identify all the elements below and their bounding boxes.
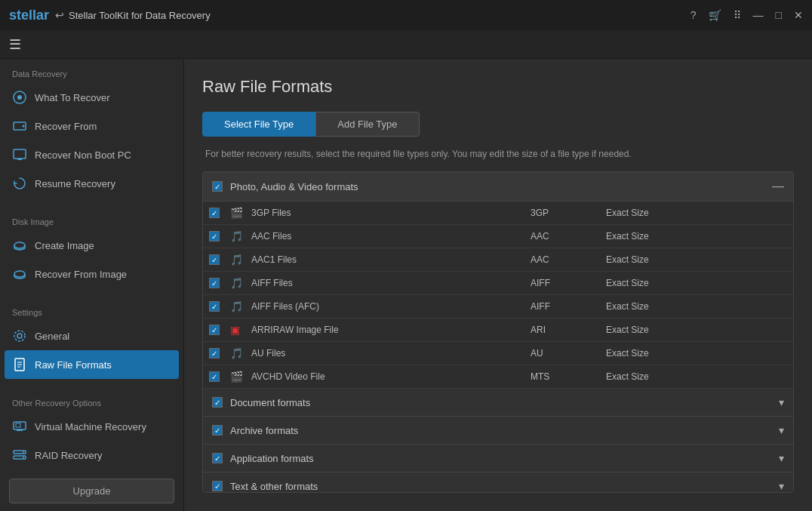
- group-label-application: Application formats: [230, 453, 314, 464]
- group-document-formats[interactable]: ✓ Document formats ▾: [203, 389, 793, 417]
- table-row: ✓ ▣ ARRIRAW Image File ARI Exact Size: [203, 319, 793, 342]
- group-archive-formats[interactable]: ✓ Archive formats ▾: [203, 417, 793, 445]
- minimize-button[interactable]: —: [753, 9, 764, 21]
- group-text-other-formats[interactable]: ✓ Text & other formats ▾: [203, 473, 793, 493]
- file-name: AIFF Files (AFC): [251, 301, 531, 312]
- titlebar-controls: ? 🛒 ⠿ — □ ✕: [691, 9, 803, 21]
- file-size: Exact Size: [606, 278, 727, 288]
- group-photo-audio-video[interactable]: ✓ Photo, Audio & Video formats —: [203, 172, 793, 202]
- file-ext: AAC: [531, 254, 606, 265]
- group-application-formats[interactable]: ✓ Application formats ▾: [203, 445, 793, 473]
- file-icon: 🎵: [230, 230, 251, 242]
- file-ext: AIFF: [531, 301, 606, 312]
- row-checkbox[interactable]: ✓: [209, 348, 220, 359]
- sidebar-item-virtual-machine[interactable]: Virtual Machine Recovery: [0, 412, 183, 441]
- resume-recovery-icon: [12, 176, 27, 191]
- group-checkbox-application[interactable]: ✓: [212, 453, 223, 463]
- file-icon: 🎵: [230, 300, 251, 312]
- table-row: ✓ 🎵 AU Files AU Exact Size: [203, 342, 793, 365]
- file-size: Exact Size: [606, 301, 727, 312]
- maximize-button[interactable]: □: [776, 9, 782, 21]
- help-button[interactable]: ?: [691, 9, 697, 21]
- sidebar-item-raid-recovery[interactable]: RAID Recovery: [0, 441, 183, 469]
- file-size: Exact Size: [606, 348, 727, 359]
- sidebar-item-recover-from-image[interactable]: Recover From Image: [0, 260, 183, 288]
- expand-icon-application[interactable]: ▾: [779, 452, 784, 464]
- file-ext: 3GP: [531, 208, 606, 218]
- tab-add-file-type[interactable]: Add File Type: [315, 112, 419, 137]
- sidebar-item-recover-from[interactable]: Recover From: [0, 112, 183, 140]
- group-collapse-photo[interactable]: —: [772, 180, 784, 193]
- file-name: AU Files: [251, 348, 531, 359]
- sidebar-footer: Upgrade: [0, 469, 183, 511]
- row-checkbox[interactable]: ✓: [209, 231, 220, 242]
- row-checkbox[interactable]: ✓: [209, 301, 220, 312]
- sidebar-item-raw-file-formats[interactable]: Raw File Formats: [5, 350, 179, 379]
- row-checkbox[interactable]: ✓: [209, 208, 220, 218]
- file-name: AAC1 Files: [251, 254, 531, 265]
- table-row: ✓ 🎵 AAC1 Files AAC Exact Size: [203, 248, 793, 272]
- file-name: ARRIRAW Image File: [251, 325, 531, 335]
- row-checkbox[interactable]: ✓: [209, 278, 220, 288]
- raid-recovery-label: RAID Recovery: [35, 450, 103, 461]
- cart-button[interactable]: 🛒: [709, 9, 721, 21]
- content-area: Raw File Formats Select File Type Add Fi…: [184, 59, 812, 511]
- group-checkbox-archive[interactable]: ✓: [212, 425, 223, 436]
- sidebar-item-general[interactable]: General: [0, 322, 183, 350]
- row-checkbox[interactable]: ✓: [209, 371, 220, 382]
- table-row: ✓ 🎬 3GP Files 3GP Exact Size: [203, 202, 793, 225]
- svg-point-23: [23, 451, 24, 453]
- file-icon: 🎵: [230, 254, 251, 266]
- sidebar: Data Recovery What To Recover Recover Fr…: [0, 59, 184, 511]
- file-icon: 🎬: [230, 371, 251, 383]
- sidebar-item-resume-recovery[interactable]: Resume Recovery: [0, 169, 183, 198]
- recover-from-image-label: Recover From Image: [35, 269, 127, 280]
- table-row: ✓ 🎵 AAC Files AAC Exact Size: [203, 225, 793, 248]
- tab-bar: Select File Type Add File Type: [202, 112, 794, 137]
- sidebar-item-recover-non-boot[interactable]: Recover Non Boot PC: [0, 140, 183, 169]
- data-recovery-label: Data Recovery: [0, 59, 183, 83]
- expand-icon-archive[interactable]: ▾: [779, 424, 784, 436]
- tab-select-file-type[interactable]: Select File Type: [202, 112, 315, 137]
- recover-non-boot-icon: [12, 147, 27, 162]
- file-size: Exact Size: [606, 254, 727, 265]
- hamburger-icon[interactable]: ☰: [9, 36, 21, 53]
- group-checkbox-text[interactable]: ✓: [212, 481, 223, 491]
- app-title: ↩ Stellar ToolKit for Data Recovery: [55, 9, 211, 21]
- titlebar-left: stellar ↩ Stellar ToolKit for Data Recov…: [9, 8, 211, 23]
- svg-point-9: [14, 271, 25, 277]
- back-icon[interactable]: ↩: [55, 9, 64, 21]
- svg-point-6: [14, 242, 25, 248]
- titlebar: stellar ↩ Stellar ToolKit for Data Recov…: [0, 0, 812, 30]
- svg-point-3: [23, 125, 25, 128]
- expand-icon-document[interactable]: ▾: [779, 396, 784, 408]
- row-checkbox[interactable]: ✓: [209, 325, 220, 335]
- group-label-archive: Archive formats: [230, 425, 298, 436]
- disk-image-label: Disk Image: [0, 207, 183, 231]
- table-row: ✓ 🎵 AIFF Files AIFF Exact Size: [203, 272, 793, 295]
- group-label-document: Document formats: [230, 397, 310, 408]
- toolbar: ☰: [0, 30, 812, 59]
- recover-from-image-icon: [12, 266, 27, 282]
- close-button[interactable]: ✕: [794, 9, 803, 21]
- group-checkbox-document[interactable]: ✓: [212, 397, 223, 408]
- expand-icon-text[interactable]: ▾: [779, 480, 784, 492]
- main-layout: Data Recovery What To Recover Recover Fr…: [0, 59, 812, 511]
- file-ext: ARI: [531, 325, 606, 335]
- file-icon: 🎬: [230, 207, 251, 219]
- sidebar-item-create-image[interactable]: Create Image: [0, 231, 183, 260]
- recover-non-boot-label: Recover Non Boot PC: [35, 149, 131, 161]
- upgrade-button[interactable]: Upgrade: [9, 479, 174, 503]
- row-checkbox[interactable]: ✓: [209, 254, 220, 265]
- sidebar-item-what-to-recover[interactable]: What To Recover: [0, 83, 183, 112]
- svg-rect-20: [16, 423, 20, 427]
- file-size: Exact Size: [606, 325, 727, 335]
- group-label-photo: Photo, Audio & Video formats: [230, 181, 358, 192]
- raw-file-formats-label: Raw File Formats: [35, 359, 112, 371]
- group-checkbox-photo[interactable]: ✓: [212, 181, 223, 192]
- file-ext: AIFF: [531, 278, 606, 288]
- file-size: Exact Size: [606, 371, 727, 382]
- svg-rect-4: [14, 149, 26, 159]
- grid-button[interactable]: ⠿: [734, 9, 741, 21]
- file-name: AVCHD Video File: [251, 371, 531, 382]
